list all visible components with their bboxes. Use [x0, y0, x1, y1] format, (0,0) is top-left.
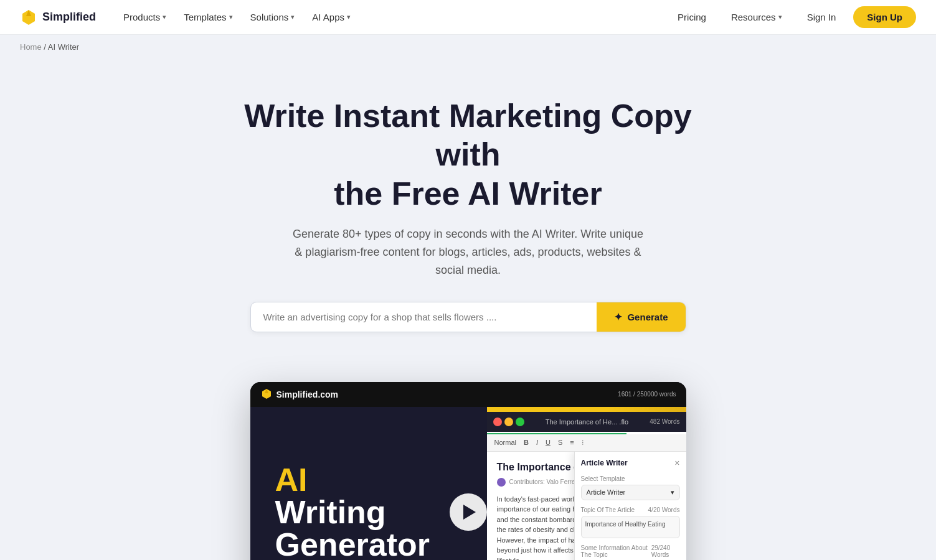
some-info-field: Some Information About The Topic 29/240 … [581, 544, 680, 560]
nav-products[interactable]: Products ▾ [116, 7, 174, 27]
toolbar-word-count: 482 Words [650, 418, 679, 425]
toolbar-maximize-btn[interactable] [516, 418, 524, 426]
hero-description: Generate 80+ types of copy in seconds wi… [288, 225, 649, 279]
format-bold[interactable]: B [521, 437, 531, 447]
article-content: The Importance of Healthy Eating Contrib… [487, 452, 686, 560]
ai-apps-chevron-icon: ▾ [347, 13, 351, 21]
video-logo: Simplified.com [260, 388, 339, 401]
nav-links: Products ▾ Templates ▾ Solutions ▾ AI Ap… [116, 7, 670, 27]
panel-close-button[interactable]: × [674, 458, 679, 468]
play-triangle-icon [463, 505, 476, 520]
search-bar: ✦ Generate [250, 302, 686, 332]
format-underline[interactable]: U [543, 437, 553, 447]
video-hero-text: AI Writing Generator [275, 464, 462, 560]
video-word-count: 1601 / 250000 words [618, 391, 676, 398]
hero-title: Write Instant Marketing Copy with the Fr… [219, 96, 717, 213]
logo-text: Simplified [42, 11, 96, 24]
select-template-label: Select Template [581, 475, 680, 482]
video-logo-icon [260, 388, 273, 401]
solutions-chevron-icon: ▾ [291, 13, 295, 21]
logo-link[interactable]: Simplified [20, 9, 96, 26]
signin-button[interactable]: Sign In [800, 7, 844, 27]
breadcrumb-home-link[interactable]: Home [20, 42, 42, 52]
article-toolbar: The Importance of He... .flo 482 Words [487, 412, 686, 432]
hero-section: Write Instant Marketing Copy with the Fr… [0, 59, 936, 357]
video-right-panel: The Importance of He... .flo 482 Words N… [487, 407, 686, 560]
panel-title: Article Writer [581, 459, 628, 467]
products-chevron-icon: ▾ [163, 13, 166, 21]
video-section: Simplified.com 1601 / 250000 words AI Wr… [0, 357, 936, 560]
some-info-label: Some Information About The Topic [581, 544, 651, 558]
video-top-bar: Simplified.com 1601 / 250000 words [250, 382, 686, 407]
toolbar-close-btn[interactable] [493, 418, 502, 426]
resources-chevron-icon: ▾ [778, 13, 782, 21]
writer-panel: Article Writer × Select Template Article… [574, 452, 686, 560]
toolbar-minimize-btn[interactable] [504, 418, 513, 426]
orange-accent-bar [487, 407, 686, 412]
toolbar-title: The Importance of He... .flo [527, 418, 648, 426]
topic-field: Topic Of The Article 4/20 Words Importan… [581, 506, 680, 538]
topic-count: 4/20 Words [648, 506, 680, 513]
text-format-bar: Normal B I U S ≡ ⁝ [487, 434, 686, 452]
format-strikethrough[interactable]: S [555, 437, 565, 447]
nav-right: Pricing Resources ▾ Sign In Sign Up [670, 6, 916, 28]
templates-chevron-icon: ▾ [229, 13, 233, 21]
signup-button[interactable]: Sign Up [853, 6, 916, 28]
format-normal[interactable]: Normal [492, 437, 519, 447]
video-left-panel: AI Writing Generator [250, 407, 487, 560]
nav-ai-apps[interactable]: AI Apps ▾ [305, 7, 358, 27]
play-button[interactable] [450, 493, 487, 531]
breadcrumb-current: AI Writer [48, 42, 79, 52]
format-italic[interactable]: I [534, 437, 541, 447]
generate-button[interactable]: ✦ Generate [597, 302, 685, 332]
breadcrumb: Home / AI Writer [0, 35, 936, 59]
search-input[interactable] [251, 302, 597, 332]
video-container: Simplified.com 1601 / 250000 words AI Wr… [250, 382, 686, 560]
nav-solutions[interactable]: Solutions ▾ [243, 7, 303, 27]
logo-icon [20, 9, 37, 26]
nav-resources[interactable]: Resources ▾ [724, 7, 790, 27]
template-select[interactable]: Article Writer ▾ [581, 485, 680, 500]
nav-templates[interactable]: Templates ▾ [176, 7, 240, 27]
some-info-count: 29/240 Words [651, 544, 680, 558]
author-avatar [497, 478, 506, 487]
format-align[interactable]: ≡ [567, 437, 576, 447]
generate-icon: ✦ [614, 311, 622, 323]
template-chevron-icon: ▾ [671, 488, 674, 497]
format-list[interactable]: ⁝ [579, 437, 587, 448]
topic-label: Topic Of The Article [581, 506, 635, 513]
navbar: Simplified Products ▾ Templates ▾ Soluti… [0, 0, 936, 35]
panel-header: Article Writer × [581, 458, 680, 468]
topic-textarea[interactable]: Importance of Healthy Eating [581, 516, 680, 538]
video-content: AI Writing Generator The Importance of H… [250, 407, 686, 560]
nav-pricing[interactable]: Pricing [670, 7, 714, 27]
